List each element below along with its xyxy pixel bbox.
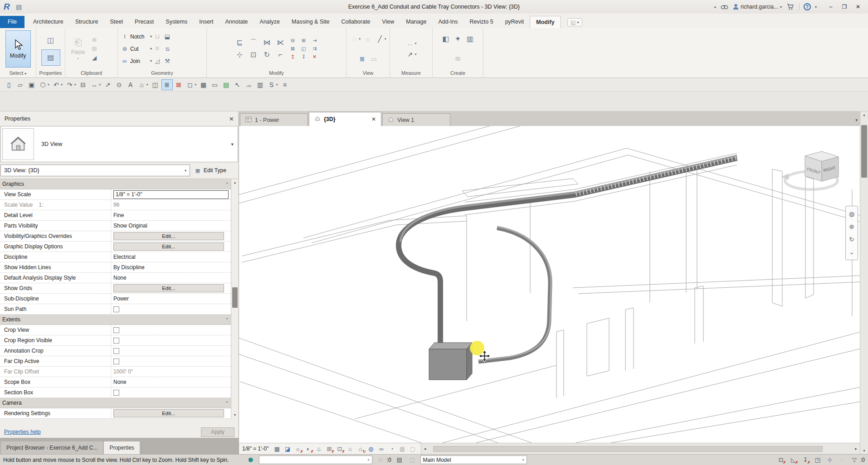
customize-qat-button[interactable]: ≡ [280, 80, 290, 90]
property-value[interactable]: Fine [111, 210, 231, 220]
edit-button[interactable]: Edit... [113, 284, 224, 292]
temporary-view-properties-icon[interactable]: ◔ [387, 444, 397, 453]
property-value[interactable]: None [111, 377, 231, 387]
undo-button[interactable]: ↶▾ [51, 80, 64, 90]
property-value[interactable] [111, 346, 231, 356]
shadows-icon[interactable]: ◐✗ [304, 444, 313, 453]
navbar-expand-icon[interactable]: ⌄ [847, 247, 856, 257]
print-button[interactable]: ⊟ [78, 80, 88, 90]
windows-cascade-icon[interactable]: ◫ [45, 35, 56, 46]
array-icon[interactable]: ⊞ [300, 37, 308, 44]
split-element-icon[interactable]: ⊟ [289, 37, 297, 44]
edit-type-button[interactable]: ▦ Edit Type [193, 165, 238, 176]
revit-logo[interactable]: R [4, 2, 10, 12]
close-button[interactable]: ✕ [852, 2, 864, 12]
notch-icon[interactable]: I [120, 33, 129, 41]
paste-button[interactable]: ⎗ Paste ▾ [68, 31, 88, 67]
render-cloud-button[interactable]: ☁ [244, 80, 254, 90]
redo-icon[interactable]: ↷ [65, 80, 74, 89]
join-icon[interactable]: ∞ [120, 57, 129, 65]
properties-palette-button[interactable]: ▤ [41, 49, 60, 66]
trim-single-icon[interactable]: ⇥ [311, 37, 319, 44]
help-icon[interactable]: ? [804, 3, 811, 10]
ribbon-tab-manage[interactable]: Manage [400, 16, 432, 28]
geometry-notch-button[interactable]: Notch [130, 34, 149, 40]
cut-profile-icon[interactable]: ╱ [375, 34, 384, 44]
measure-between-refs-icon[interactable]: ↗ [406, 50, 414, 59]
panel-label-geometry[interactable]: Geometry [118, 69, 206, 78]
coping-icon[interactable]: ⬓ [163, 33, 172, 41]
offset-faces-icon[interactable]: ⧅ [163, 45, 172, 53]
scale-icon[interactable]: ◱ [300, 45, 308, 52]
sun-path-icon[interactable]: ☼✗ [293, 444, 303, 453]
palette-tab-properties[interactable]: Properties [104, 441, 140, 454]
aligned-dimension-button[interactable]: ↔▾ [89, 80, 102, 90]
view-tab-1[interactable]: 1 - Power [240, 113, 308, 126]
properties-close-icon[interactable]: ✕ [229, 116, 234, 122]
property-input[interactable]: 1/8" = 1'-0" [113, 190, 229, 199]
info-center-icon[interactable]: ▤ [15, 3, 24, 11]
align-icon[interactable]: ⊑ [234, 37, 245, 48]
property-value[interactable] [111, 304, 231, 314]
ribbon-tab-massing-site[interactable]: Massing & Site [286, 16, 335, 28]
property-value[interactable]: 1000' 0" [111, 367, 231, 377]
crop-region-icon[interactable]: ⊡✗ [335, 444, 345, 453]
ribbon-tab-view[interactable]: View [376, 16, 400, 28]
view-scale-control[interactable]: 1/8" = 1'-0" [242, 446, 269, 452]
cut-clipboard-icon[interactable]: ⊗ [90, 36, 99, 44]
view-tab-close-icon[interactable]: ✕ [371, 116, 376, 122]
create-group-icon[interactable]: ◧ [440, 34, 451, 44]
properties-palette-icon[interactable]: ▤ [45, 52, 56, 63]
reveal-hidden-elements-icon[interactable]: ∞ [377, 444, 386, 453]
properties-scrollbar[interactable]: ▴ ▾ [231, 179, 239, 418]
account-menu[interactable]: richard.garcia... ▾ [733, 4, 782, 10]
measure-icon[interactable]: ↗ [103, 80, 112, 89]
property-value[interactable]: Power [111, 294, 231, 304]
thin-lines-button[interactable]: ≣ [161, 79, 173, 90]
section-collapse-icon[interactable]: ⌃ [225, 182, 229, 187]
saved-orientation-icon[interactable]: ⌂↻ [356, 444, 366, 453]
search-icon[interactable] [720, 3, 729, 11]
checkbox[interactable] [113, 390, 119, 396]
match-properties-icon[interactable]: ◢ [90, 54, 99, 62]
close-hidden-windows-button[interactable]: ⊠ [174, 80, 184, 90]
ribbon-tab-add-ins[interactable]: Add-Ins [432, 16, 463, 28]
aligned-dimension-icon[interactable]: ↔ [90, 80, 99, 89]
ribbon-tab-analyze[interactable]: Analyze [254, 16, 286, 28]
navigation-bar[interactable]: ◍⊕↻⌄ [845, 206, 858, 260]
new-file-icon[interactable]: ▯ [5, 80, 13, 89]
cut-icon[interactable]: ⊚ [120, 45, 129, 53]
type-selector[interactable]: 3D View ▾ [0, 126, 238, 162]
conduit-loop[interactable] [478, 227, 551, 362]
design-option-combo[interactable]: Main Model▾ [420, 455, 527, 464]
editable-only-icon[interactable]: ⊙ [376, 456, 385, 464]
open-file-icon[interactable]: ▱ [16, 80, 24, 89]
background-processes-icon[interactable]: ◌ [838, 456, 847, 464]
tab-views-icon[interactable]: ▭ [210, 80, 219, 89]
default-3d-view-button[interactable]: ⌂▾ [137, 80, 149, 90]
property-value[interactable]: None [111, 273, 231, 283]
section-collapse-icon[interactable]: ⌃ [225, 317, 229, 322]
undo-icon[interactable]: ↶ [52, 80, 61, 89]
create-parts-icon[interactable]: ≋ [453, 53, 463, 64]
workshare-icon[interactable]: ⬡ [39, 80, 47, 89]
paint-icon[interactable]: ◿ [153, 57, 162, 65]
property-value[interactable]: Electrical [111, 252, 231, 262]
property-value[interactable]: Edit... [111, 242, 231, 252]
checkbox[interactable] [113, 306, 119, 312]
tile-views-button[interactable]: ▦ [198, 80, 209, 90]
apply-button[interactable]: Apply [201, 427, 234, 437]
exclude-options-icon[interactable]: ◫ [408, 456, 417, 464]
crop-view-icon[interactable]: ⊞✗ [325, 444, 334, 453]
ribbon-tab-architecture[interactable]: Architecture [27, 16, 69, 28]
panel-label-modify[interactable]: Modify [207, 69, 346, 78]
thin-lines-icon[interactable]: ≣ [163, 80, 171, 89]
edit-button[interactable]: Edit... [113, 232, 224, 240]
section-icon[interactable]: ◫ [151, 80, 160, 89]
rotate-icon[interactable]: ↻ [262, 49, 273, 60]
property-value[interactable]: Edit... [111, 408, 231, 418]
modify-tool-button[interactable]: Modify [5, 30, 31, 68]
tag-button[interactable]: ⊙ [114, 80, 124, 90]
store-cart-icon[interactable] [786, 3, 795, 11]
text-button[interactable]: A [125, 80, 136, 90]
